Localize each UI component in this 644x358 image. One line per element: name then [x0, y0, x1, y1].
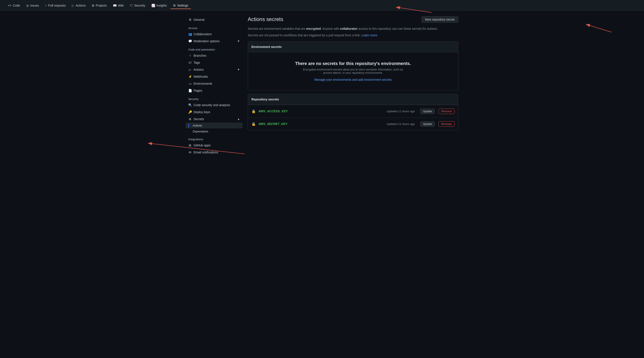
environments-icon: ▭ — [188, 82, 192, 85]
secrets-icon: ⊕ — [188, 117, 192, 121]
wiki-icon: 📖 — [113, 4, 117, 7]
env-secrets-empty-title: There are no secrets for this repository… — [252, 61, 454, 66]
actions-icon: ▷ — [72, 4, 74, 7]
pages-icon: 📄 — [188, 89, 192, 92]
nav-wiki[interactable]: 📖 Wiki — [110, 2, 126, 9]
page-header: Actions secrets New repository secret — [248, 16, 458, 23]
description-1: Secrets are environment variables that a… — [248, 26, 458, 31]
nav-settings[interactable]: ⚙ Settings — [170, 2, 191, 9]
learn-more-link[interactable]: Learn more — [362, 34, 377, 37]
code-security-icon: 🔍 — [188, 103, 192, 107]
code-icon: <> — [8, 4, 11, 7]
secret-updated-aws-secret-key: Updated 11 hours ago — [387, 122, 415, 126]
env-secrets-empty-state: There are no secrets for this repository… — [248, 52, 458, 90]
sidebar-item-deploy-keys[interactable]: 🔑 Deploy keys — [186, 109, 242, 116]
sidebar-item-secrets[interactable]: ⊕ Secrets ▲ — [186, 116, 242, 122]
svg-line-2 — [586, 24, 612, 32]
sidebar-item-code-security[interactable]: 🔍 Code security and analysis — [186, 102, 242, 109]
moderation-icon: 💬 — [188, 39, 192, 43]
nav-pull-requests[interactable]: ⑃ Pull requests — [42, 2, 68, 9]
env-secrets-empty-desc: Encrypted environment secrets allow you … — [298, 68, 408, 74]
github-apps-icon: ⊞ — [188, 143, 192, 147]
sidebar-item-pages[interactable]: 📄 Pages — [186, 87, 242, 94]
actions-chevron: ▼ — [237, 68, 240, 71]
new-repository-secret-button[interactable]: New repository secret — [422, 16, 458, 23]
sidebar-section-security: Security — [186, 94, 242, 102]
sidebar-item-moderation[interactable]: 💬 Moderation options ▼ — [186, 38, 242, 45]
sidebar-item-email-notifications[interactable]: ✉ Email notifications — [186, 149, 242, 156]
pull-requests-icon: ⑃ — [45, 4, 47, 7]
manage-environments-link[interactable]: Manage your environments and add environ… — [314, 78, 392, 81]
sidebar-item-collaborators[interactable]: 👥 Collaborators — [186, 31, 242, 38]
sidebar-item-tags[interactable]: 🏷 Tags — [186, 59, 242, 66]
sidebar-subitem-dependabot[interactable]: Dependabot — [186, 128, 242, 134]
nav-insights[interactable]: 📈 Insights — [149, 2, 170, 9]
remove-button-aws-access-key[interactable]: Remove — [438, 109, 454, 114]
secret-updated-aws-access-key: Updated 11 hours ago — [387, 110, 415, 113]
actions-sidebar-icon: ▷ — [188, 68, 192, 71]
sidebar-subitem-actions[interactable]: Actions — [186, 122, 242, 128]
page-title: Actions secrets — [248, 16, 283, 22]
update-button-aws-secret-key[interactable]: Update — [420, 121, 435, 127]
environment-secrets-section: Environment secrets There are no secrets… — [248, 41, 458, 90]
secret-row-aws-secret-key: 🔒 AWS_SECRET_KEY Updated 11 hours ago Up… — [248, 117, 458, 130]
sidebar-item-environments[interactable]: ▭ Environments — [186, 80, 242, 87]
insights-icon: 📈 — [152, 4, 155, 7]
deploy-keys-icon: 🔑 — [188, 110, 192, 114]
nav-actions[interactable]: ▷ Actions — [69, 2, 88, 9]
security-icon: 🛡 — [130, 4, 133, 7]
webhooks-icon: ⚡ — [188, 75, 192, 78]
secret-name-aws-secret-key: AWS_SECRET_KEY — [258, 122, 384, 126]
top-navigation: <> Code ◎ Issues ⑃ Pull requests ▷ Actio… — [0, 0, 644, 11]
issues-icon: ◎ — [26, 4, 29, 7]
lock-icon-aws-secret-key: 🔒 — [252, 122, 256, 126]
main-content: Actions secrets New repository secret Se… — [248, 16, 458, 156]
nav-security[interactable]: 🛡 Security — [127, 2, 148, 9]
email-notifications-icon: ✉ — [188, 150, 192, 154]
repo-secrets-header: Repository secrets — [248, 94, 458, 105]
sidebar-item-actions[interactable]: ▷ Actions ▼ — [186, 66, 242, 73]
general-icon: ⚙ — [188, 18, 192, 22]
lock-icon-aws-access-key: 🔒 — [252, 109, 256, 113]
projects-icon: ⊞ — [92, 4, 94, 7]
update-button-aws-access-key[interactable]: Update — [420, 109, 435, 114]
moderation-chevron: ▼ — [237, 40, 240, 43]
settings-icon: ⚙ — [173, 4, 176, 7]
collaborators-icon: 👥 — [188, 32, 192, 36]
repository-secrets-section: Repository secrets 🔒 AWS_ACCESS_KEY Upda… — [248, 94, 458, 130]
secret-row-aws-access-key: 🔒 AWS_ACCESS_KEY Updated 11 hours ago Up… — [248, 105, 458, 117]
remove-button-aws-secret-key[interactable]: Remove — [438, 121, 454, 127]
secrets-chevron: ▲ — [237, 117, 240, 121]
nav-projects[interactable]: ⊞ Projects — [89, 2, 110, 9]
sidebar-item-general[interactable]: ⚙ General — [186, 16, 242, 23]
tags-icon: 🏷 — [188, 61, 192, 64]
env-secrets-header: Environment secrets — [248, 42, 458, 52]
description-2: Secrets are not passed to workflows that… — [248, 33, 458, 38]
sidebar: ⚙ General Access 👥 Collaborators 💬 Moder… — [186, 16, 242, 156]
sidebar-section-integrations: Integrations — [186, 134, 242, 142]
sidebar-item-branches[interactable]: ⑂ Branches — [186, 52, 242, 59]
sidebar-item-github-apps[interactable]: ⊞ GitHub apps — [186, 142, 242, 149]
nav-issues[interactable]: ◎ Issues — [24, 2, 42, 9]
sidebar-item-webhooks[interactable]: ⚡ Webhooks — [186, 73, 242, 80]
secret-name-aws-access-key: AWS_ACCESS_KEY — [258, 109, 384, 113]
nav-code[interactable]: <> Code — [5, 2, 23, 9]
branches-icon: ⑂ — [188, 54, 192, 57]
sidebar-section-access: Access — [186, 23, 242, 31]
sidebar-section-code-automation: Code and automation — [186, 45, 242, 52]
